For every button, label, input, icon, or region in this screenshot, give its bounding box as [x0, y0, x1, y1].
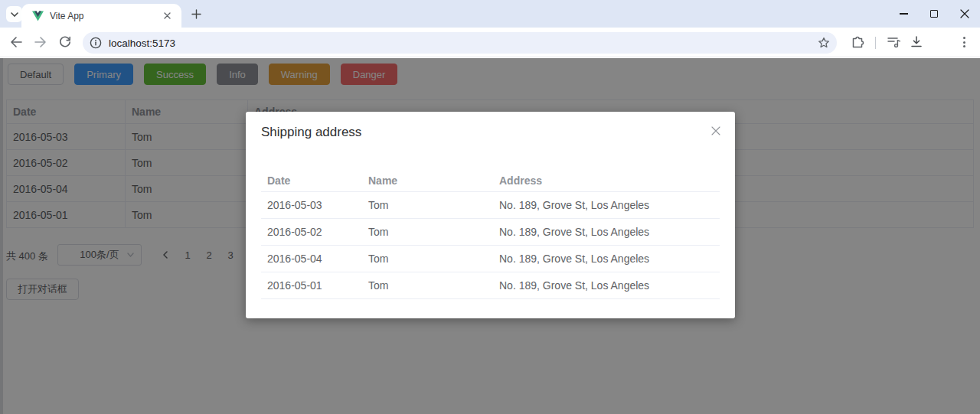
dialog-close-button[interactable] [709, 124, 723, 138]
browser-toolbar: localhost:5173 [0, 28, 980, 57]
url-text: localhost:5173 [109, 37, 175, 49]
maximize-button[interactable] [919, 0, 949, 28]
column-header-name: Name [362, 170, 493, 191]
reload-icon [59, 36, 71, 48]
close-icon [960, 9, 969, 18]
minimize-button[interactable] [888, 0, 919, 28]
downloads-button[interactable] [907, 33, 926, 51]
tab-close-icon[interactable] [161, 9, 174, 22]
column-header-address: Address [493, 170, 720, 191]
dialog-title: Shipping address [261, 125, 361, 140]
dialog-table: Date Name Address 2016-05-03TomNo. 189, … [261, 170, 720, 299]
new-tab-button[interactable] [188, 6, 204, 22]
close-window-button[interactable] [949, 0, 980, 28]
forward-button[interactable] [31, 33, 50, 51]
close-icon [711, 126, 720, 135]
table-row: 2016-05-03TomNo. 189, Grove St, Los Ange… [261, 191, 720, 218]
download-icon [910, 35, 923, 49]
tab-search-button[interactable] [6, 6, 22, 22]
playlist-music-icon [887, 36, 901, 48]
vue-logo-icon [32, 11, 44, 21]
kebab-menu-icon [963, 37, 965, 47]
address-bar[interactable]: localhost:5173 [83, 32, 837, 54]
toolbar-divider [875, 37, 876, 49]
tab-vite-app[interactable]: Vite App [21, 4, 181, 28]
puzzle-icon [851, 35, 865, 49]
media-controls-button[interactable] [885, 33, 903, 51]
dialog-table-header-row: Date Name Address [261, 170, 720, 191]
site-info-icon[interactable] [90, 37, 102, 49]
table-row: 2016-05-02TomNo. 189, Grove St, Los Ange… [261, 218, 720, 245]
forward-icon [34, 37, 47, 47]
bookmark-star-button[interactable] [818, 37, 830, 49]
tab-title: Vite App [50, 11, 161, 21]
reload-button[interactable] [56, 33, 74, 51]
page-content: Default Primary Success Info Warning Dan… [0, 58, 980, 414]
shipping-address-dialog: Shipping address Date Name Address 2016-… [246, 112, 735, 318]
table-row: 2016-05-01TomNo. 189, Grove St, Los Ange… [261, 272, 720, 298]
back-icon [10, 37, 22, 47]
column-header-date: Date [261, 170, 362, 191]
table-row: 2016-05-04TomNo. 189, Grove St, Los Ange… [261, 245, 720, 272]
plus-icon [191, 9, 201, 19]
maximize-icon [930, 10, 938, 18]
extensions-button[interactable] [849, 33, 867, 51]
star-icon [818, 37, 830, 49]
window-controls [888, 0, 980, 28]
browser-menu-button[interactable] [955, 33, 973, 51]
browser-window: Vite App localhost:5173 [0, 0, 980, 414]
chevron-down-icon [11, 12, 18, 17]
minimize-icon [900, 13, 908, 14]
back-button[interactable] [7, 33, 25, 51]
tab-strip: Vite App [0, 0, 980, 28]
